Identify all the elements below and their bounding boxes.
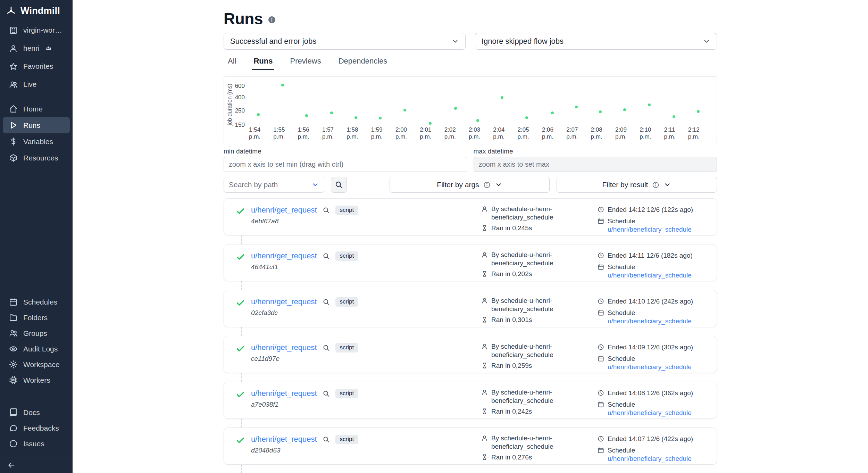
- sidebar-item-docs[interactable]: Docs: [3, 405, 70, 420]
- scatter-point[interactable]: [501, 96, 503, 99]
- scatter-point[interactable]: [454, 107, 457, 110]
- sidebar-item-workspace-switcher[interactable]: virgin-worksp...: [3, 21, 70, 39]
- sidebar-item-home[interactable]: Home: [3, 101, 70, 117]
- brand[interactable]: Windmill: [0, 0, 73, 21]
- run-path-link[interactable]: u/henri/get_request: [251, 389, 317, 398]
- scatter-point[interactable]: [697, 110, 700, 113]
- sidebar-item-label: Home: [23, 105, 43, 113]
- search-button[interactable]: [331, 177, 347, 193]
- scatter-point[interactable]: [551, 111, 554, 114]
- schedule-link[interactable]: u/henri/beneficiary_schedule: [608, 226, 692, 233]
- sidebar-item-issues[interactable]: Issues: [3, 436, 70, 451]
- run-detail-search-icon[interactable]: [323, 390, 330, 397]
- sidebar-item-user[interactable]: henri: [3, 39, 70, 57]
- tab-dependencies[interactable]: Dependencies: [337, 55, 389, 70]
- scatter-point[interactable]: [623, 108, 626, 111]
- schedule-link[interactable]: u/henri/beneficiary_schedule: [608, 363, 692, 371]
- cpu-icon: [9, 376, 18, 384]
- run-detail-search-icon[interactable]: [323, 344, 330, 351]
- sidebar-item-label: Groups: [23, 329, 47, 338]
- scatter-point[interactable]: [525, 116, 528, 119]
- scatter-point[interactable]: [403, 109, 406, 111]
- scatter-point[interactable]: [648, 103, 651, 106]
- scatter-point[interactable]: [599, 110, 602, 113]
- scatter-point[interactable]: [305, 114, 308, 117]
- run-card[interactable]: u/henri/get_request script a7e038f1 By s…: [224, 382, 717, 419]
- user-icon: [481, 297, 488, 304]
- run-card[interactable]: u/henri/get_request script 46441cf1 By s…: [224, 244, 717, 281]
- sidebar-item-workspace-settings[interactable]: Workspace: [3, 357, 70, 372]
- filter-by-args-button[interactable]: Filter by args: [390, 177, 550, 193]
- schedule-link[interactable]: u/henri/beneficiary_schedule: [608, 272, 692, 279]
- timeline-connector: [241, 373, 242, 382]
- eye-icon: [9, 345, 18, 353]
- skipped-flow-select[interactable]: Ignore skipped flow jobs: [475, 33, 717, 50]
- run-card[interactable]: u/henri/get_request script 02cfa3dc By s…: [224, 290, 717, 327]
- info-icon: [652, 181, 659, 189]
- run-card[interactable]: u/henri/get_request script d2048d63 By s…: [224, 428, 717, 465]
- sidebar-item-schedules[interactable]: Schedules: [3, 294, 70, 310]
- scatter-point[interactable]: [281, 84, 284, 86]
- sidebar-spacer: [0, 166, 73, 294]
- job-kind-badge: script: [335, 343, 359, 352]
- min-datetime-input[interactable]: [224, 157, 467, 172]
- job-status-value: Successful and error jobs: [230, 37, 316, 46]
- ended-at-text: Ended 14:11 12/6 (182s ago): [608, 251, 693, 260]
- sidebar-item-variables[interactable]: Variables: [3, 133, 70, 150]
- duration-scatter-chart[interactable]: job duration (ms) 600400250150 1:54 p.m.…: [224, 76, 717, 144]
- x-tick-label: 2:02 p.m.: [444, 126, 469, 140]
- sidebar-item-live[interactable]: Live: [3, 75, 70, 93]
- search-icon: [335, 181, 343, 189]
- run-card[interactable]: u/henri/get_request script ce11d97e By s…: [224, 336, 717, 373]
- collapse-sidebar-arrow-icon[interactable]: [7, 461, 16, 470]
- run-path-link[interactable]: u/henri/get_request: [251, 343, 317, 352]
- run-detail-search-icon[interactable]: [323, 436, 330, 443]
- schedule-link[interactable]: u/henri/beneficiary_schedule: [608, 317, 692, 325]
- sidebar-item-folders[interactable]: Folders: [3, 310, 70, 325]
- sidebar-item-runs[interactable]: Runs: [3, 117, 70, 133]
- sidebar-item-audit-logs[interactable]: Audit Logs: [3, 341, 70, 357]
- schedule-link[interactable]: u/henri/beneficiary_schedule: [608, 409, 692, 416]
- scatter-point[interactable]: [429, 122, 432, 125]
- run-detail-search-icon[interactable]: [323, 207, 330, 214]
- chart-plot: 600400250150: [249, 82, 712, 127]
- filter-by-result-button[interactable]: Filter by result: [557, 177, 717, 193]
- sidebar-item-workers[interactable]: Workers: [3, 372, 70, 388]
- info-icon[interactable]: [268, 16, 276, 24]
- scatter-point[interactable]: [354, 116, 357, 119]
- run-card[interactable]: u/henri/get_request script 4ebf67a8 By s…: [224, 198, 717, 235]
- x-tick-label: 2:08 p.m.: [591, 126, 615, 140]
- runs-list: u/henri/get_request script 4ebf67a8 By s…: [224, 198, 717, 473]
- cube-icon: [9, 153, 18, 162]
- scatter-point[interactable]: [673, 115, 675, 118]
- brand-name: Windmill: [20, 6, 60, 16]
- scatter-point[interactable]: [476, 119, 479, 122]
- run-path-link[interactable]: u/henri/get_request: [251, 206, 317, 215]
- hourglass-icon: [481, 408, 488, 415]
- run-id: ce11d97e: [251, 355, 358, 363]
- run-path-link[interactable]: u/henri/get_request: [251, 435, 317, 444]
- calendar-icon: [9, 298, 18, 306]
- sidebar-item-feedbacks[interactable]: Feedbacks: [3, 420, 70, 436]
- scatter-point[interactable]: [257, 113, 260, 116]
- scatter-point[interactable]: [330, 111, 333, 114]
- scatter-point[interactable]: [575, 106, 578, 108]
- sidebar-item-favorites[interactable]: Favorites: [3, 57, 70, 75]
- max-datetime-input[interactable]: [474, 157, 717, 172]
- search-by-path-select[interactable]: Search by path: [224, 177, 324, 193]
- tab-runs[interactable]: Runs: [252, 55, 274, 70]
- scatter-point[interactable]: [379, 117, 382, 119]
- schedule-link[interactable]: u/henri/beneficiary_schedule: [608, 455, 692, 462]
- run-detail-search-icon[interactable]: [323, 252, 330, 260]
- job-status-select[interactable]: Successful and error jobs: [224, 33, 466, 50]
- run-path-link[interactable]: u/henri/get_request: [251, 251, 317, 260]
- sidebar-item-label: Feedbacks: [23, 424, 59, 432]
- run-path-link[interactable]: u/henri/get_request: [251, 297, 317, 306]
- x-tick-label: 1:57 p.m.: [322, 126, 347, 140]
- tab-previews[interactable]: Previews: [289, 55, 322, 70]
- run-detail-search-icon[interactable]: [323, 298, 330, 306]
- sidebar-item-groups[interactable]: Groups: [3, 325, 70, 341]
- tab-all[interactable]: All: [226, 55, 237, 70]
- user-icon: [9, 44, 18, 53]
- sidebar-item-resources[interactable]: Resources: [3, 150, 70, 166]
